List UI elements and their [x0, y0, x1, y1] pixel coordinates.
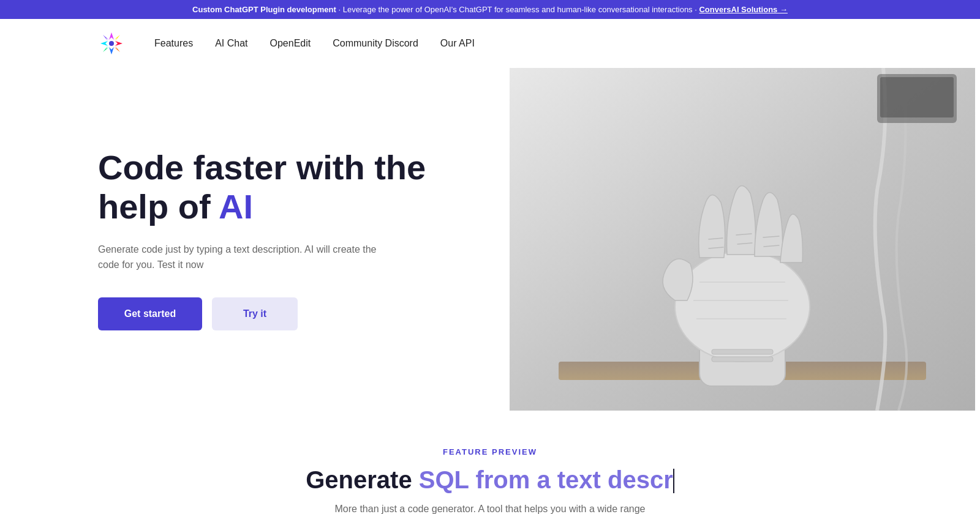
svg-marker-6: [103, 46, 109, 52]
top-banner: Custom ChatGPT Plugin development · Leve…: [0, 0, 980, 19]
try-it-button[interactable]: Try it: [212, 297, 298, 330]
svg-rect-22: [712, 349, 773, 354]
svg-marker-7: [114, 35, 120, 41]
feature-label: FEATURE PREVIEW: [98, 447, 882, 456]
feature-description: More than just a code generator. A tool …: [306, 504, 674, 514]
svg-marker-2: [100, 41, 108, 46]
logo[interactable]: [98, 30, 125, 57]
hero-title-line1: Code faster with the: [98, 148, 426, 187]
svg-marker-5: [114, 46, 120, 52]
cursor-blink: [673, 469, 674, 493]
banner-cta[interactable]: ConversAI Solutions →: [699, 5, 787, 14]
svg-marker-4: [103, 35, 109, 41]
hero-title-line2-prefix: help of: [98, 187, 219, 226]
get-started-button[interactable]: Get started: [98, 297, 202, 330]
svg-rect-23: [712, 357, 773, 362]
main-nav: Features AI Chat OpenEdit Community Disc…: [154, 38, 475, 49]
svg-marker-3: [115, 41, 123, 46]
header: Features AI Chat OpenEdit Community Disc…: [0, 19, 980, 68]
hero-title: Code faster with the help of AI: [98, 148, 510, 227]
svg-marker-1: [109, 47, 114, 54]
svg-point-12: [675, 251, 810, 362]
robot-hand-illustration: [510, 68, 975, 411]
banner-description: Leverage the power of OpenAI's ChatGPT f…: [343, 5, 693, 14]
feature-title-highlight: SQL from a text descr: [419, 466, 673, 493]
hero-content: Code faster with the help of AI Generate…: [0, 68, 510, 411]
feature-title-prefix: Generate: [306, 466, 419, 493]
hero-title-ai: AI: [219, 187, 253, 226]
nav-open-edit[interactable]: OpenEdit: [270, 38, 311, 49]
logo-icon: [98, 30, 125, 57]
banner-bold: Custom ChatGPT Plugin development: [192, 5, 336, 14]
nav-community-discord[interactable]: Community Discord: [333, 38, 418, 49]
nav-our-api[interactable]: Our API: [440, 38, 475, 49]
svg-marker-0: [109, 32, 114, 40]
nav-ai-chat[interactable]: AI Chat: [215, 38, 247, 49]
hero-image: [510, 68, 980, 411]
svg-rect-25: [880, 77, 954, 117]
hero-buttons: Get started Try it: [98, 297, 510, 330]
nav-features[interactable]: Features: [154, 38, 193, 49]
hero-section: Code faster with the help of AI Generate…: [0, 68, 980, 411]
svg-point-8: [109, 41, 114, 46]
feature-section: FEATURE PREVIEW Generate SQL from a text…: [0, 411, 980, 514]
banner-sep1: ·: [338, 5, 342, 14]
feature-title: Generate SQL from a text descr: [98, 466, 882, 494]
hero-subtitle: Generate code just by typing a text desc…: [98, 242, 392, 273]
